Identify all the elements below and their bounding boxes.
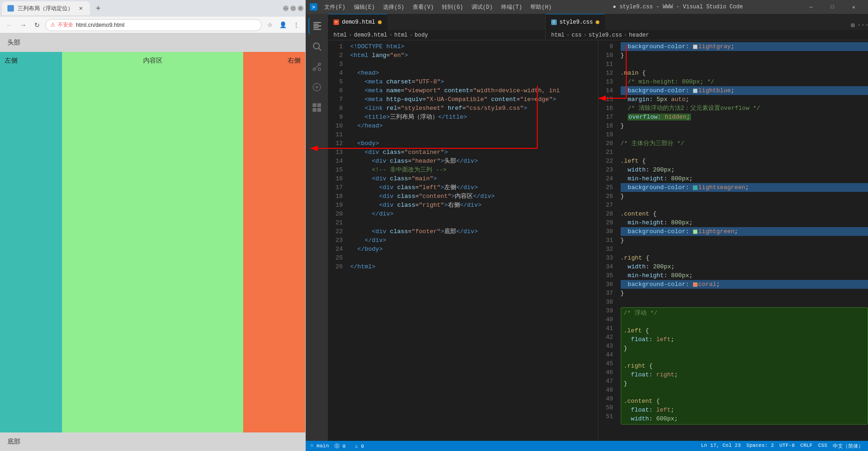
browser-content: 头部 左侧 内容区 右侧 底部 bbox=[0, 33, 305, 451]
activity-bar bbox=[306, 14, 328, 441]
activity-debug-icon[interactable] bbox=[308, 79, 325, 95]
menu-button[interactable]: ⋮ bbox=[290, 19, 302, 31]
vscode-logo-icon: > bbox=[309, 3, 318, 11]
code-line-14: <div class="header">头部</div> bbox=[350, 157, 598, 165]
code-line-19: <div class="right">右侧</div> bbox=[350, 201, 598, 210]
statusbar-language[interactable]: CSS bbox=[818, 443, 827, 450]
menu-file[interactable]: 文件(F) bbox=[321, 2, 349, 12]
html-tab[interactable]: H demo9.html bbox=[328, 14, 387, 30]
bookmark-button[interactable]: ☆ bbox=[264, 19, 276, 31]
code-line-20: </div> bbox=[350, 210, 598, 218]
css-line-22: .left { bbox=[621, 157, 868, 165]
statusbar-locale[interactable]: 中文（简体） bbox=[833, 443, 863, 450]
browser-panel: 三列布局（浮动定位） ✕ + — □ ✕ ← → ↻ ⚠ 不安全 html.cn… bbox=[0, 0, 306, 451]
reload-button[interactable]: ↻ bbox=[31, 19, 43, 31]
code-line-17: <div class="left">左侧</div> bbox=[350, 183, 598, 192]
code-line-25 bbox=[350, 254, 598, 262]
menu-help[interactable]: 帮助(H) bbox=[527, 2, 555, 12]
activity-explorer-icon[interactable] bbox=[308, 18, 325, 34]
statusbar-spaces[interactable]: Spaces: 2 bbox=[746, 443, 774, 450]
css-line-41: .left { bbox=[624, 326, 865, 335]
css-line-16: /* 清除浮动的方法2：父元素设置overflow */ bbox=[621, 104, 868, 113]
css-line-35: min-height: 800px; bbox=[621, 271, 868, 280]
css-line-18: } bbox=[621, 121, 868, 130]
new-tab-button[interactable]: + bbox=[92, 2, 105, 15]
page-content-column: 内容区 bbox=[62, 52, 243, 432]
breadcrumb-html-root[interactable]: html bbox=[333, 32, 347, 38]
css-tab[interactable]: C style9.css bbox=[546, 14, 605, 30]
split-editor-button[interactable]: ⊞ bbox=[848, 20, 858, 30]
statusbar-encoding[interactable]: UTF-8 bbox=[780, 443, 795, 450]
svg-rect-12 bbox=[317, 103, 321, 107]
svg-rect-13 bbox=[313, 108, 316, 112]
menu-edit[interactable]: 编辑(E) bbox=[350, 2, 379, 12]
window-maximize-button[interactable]: □ bbox=[290, 6, 296, 11]
page-right-column: 右侧 bbox=[243, 52, 305, 432]
menu-terminal[interactable]: 终端(T) bbox=[497, 2, 526, 12]
breadcrumb-html-tag[interactable]: html bbox=[394, 32, 408, 38]
css-breadcrumb-file[interactable]: style9.css bbox=[589, 32, 622, 38]
vscode-maximize-button[interactable]: □ bbox=[822, 0, 843, 14]
page-footer: 底部 bbox=[0, 432, 305, 451]
html-code-area[interactable]: <!DOCTYPE html> <html lang="en"> <head> … bbox=[346, 40, 598, 441]
tab-close-button[interactable]: ✕ bbox=[77, 5, 84, 12]
html-line-numbers: 12345 678910 1112131415 1617181920 21222… bbox=[328, 40, 346, 441]
css-breadcrumb-css[interactable]: css bbox=[572, 32, 582, 38]
code-line-3 bbox=[350, 60, 598, 69]
statusbar-branch[interactable]: ⑃ main bbox=[310, 443, 329, 449]
activity-scm-icon[interactable] bbox=[308, 58, 325, 75]
css-breadcrumb: html › css › style9.css › header bbox=[546, 30, 868, 40]
page-content-text: 内容区 bbox=[143, 57, 163, 65]
css-code-area[interactable]: background-color: lightgray; } .main { /… bbox=[617, 40, 868, 441]
html-editor-body[interactable]: 12345 678910 1112131415 1617181920 21222… bbox=[328, 40, 598, 441]
css-tab-modified-dot bbox=[596, 20, 599, 24]
page-footer-text: 底部 bbox=[7, 438, 20, 446]
code-line-16: <div class="main"> bbox=[350, 174, 598, 183]
browser-tab-active[interactable]: 三列布局（浮动定位） ✕ bbox=[2, 1, 90, 15]
css-line-20: /* 主体分为三部分 */ bbox=[621, 139, 868, 148]
menu-goto[interactable]: 转到(G) bbox=[438, 2, 467, 12]
statusbar-line-ending[interactable]: CRLF bbox=[800, 443, 812, 450]
vscode-close-button[interactable]: ✕ bbox=[843, 0, 864, 14]
vscode-minimize-button[interactable]: — bbox=[800, 0, 822, 14]
css-line-29: min-height: 800px; bbox=[621, 218, 868, 227]
vscode-titlebar: > 文件(F) 编辑(E) 选择(S) 查看(V) 转到(G) 调试(D) 终端… bbox=[306, 0, 868, 14]
css-line-28: .content { bbox=[621, 210, 868, 218]
code-line-15: <!-- 非中面改为三列 --> bbox=[350, 165, 598, 174]
svg-line-3 bbox=[319, 48, 321, 51]
vscode-window-title: ● style9.css - WWW - Visual Studio Code bbox=[555, 4, 800, 10]
activity-extensions-icon[interactable] bbox=[308, 99, 325, 116]
security-icon: ⚠ bbox=[50, 22, 55, 28]
statusbar-cursor-position[interactable]: Ln 17, Col 23 bbox=[701, 443, 741, 450]
css-breadcrumb-selector[interactable]: header bbox=[629, 32, 649, 38]
page-right-text: 右侧 bbox=[288, 57, 301, 65]
css-line-17: overflow: hidden; bbox=[621, 113, 868, 121]
css-line-11 bbox=[621, 60, 868, 69]
css-breadcrumb-html[interactable]: html bbox=[551, 32, 565, 38]
css-line-numbers: 910111213 1415161718 1920212223 24252627… bbox=[598, 40, 617, 441]
activity-search-icon[interactable] bbox=[308, 38, 325, 55]
more-actions-button[interactable]: ··· bbox=[858, 20, 868, 30]
menu-debug[interactable]: 调试(D) bbox=[468, 2, 497, 12]
color-swatch-lightseagreen bbox=[693, 185, 698, 190]
css-line-33: .right { bbox=[621, 254, 868, 262]
css-line-40 bbox=[624, 318, 865, 326]
statusbar-errors[interactable]: ⓪ 0 ⚠ 0 bbox=[334, 443, 364, 450]
window-close-button[interactable]: ✕ bbox=[298, 6, 303, 11]
breadcrumb-demo9[interactable]: demo9.html bbox=[354, 32, 387, 38]
profile-button[interactable]: 👤 bbox=[277, 19, 289, 31]
code-line-21 bbox=[350, 218, 598, 227]
vscode-statusbar: ⑃ main ⓪ 0 ⚠ 0 Ln 17, Col 23 Spaces: 2 U… bbox=[306, 441, 868, 451]
forward-button[interactable]: → bbox=[18, 19, 29, 31]
back-button[interactable]: ← bbox=[4, 19, 15, 31]
css-editor-body[interactable]: 910111213 1415161718 1920212223 24252627… bbox=[598, 40, 868, 441]
vscode-panel: > 文件(F) 编辑(E) 选择(S) 查看(V) 转到(G) 调试(D) 终端… bbox=[306, 0, 868, 451]
security-label: 不安全 bbox=[58, 21, 73, 28]
breadcrumb-body-tag[interactable]: body bbox=[415, 32, 428, 38]
css-line-45: .right { bbox=[624, 362, 865, 370]
menu-view[interactable]: 查看(V) bbox=[409, 2, 438, 12]
menu-select[interactable]: 选择(S) bbox=[379, 2, 408, 12]
address-bar[interactable]: ⚠ 不安全 html.cn/demo9.html bbox=[45, 19, 262, 31]
url-text: html.cn/demo9.html bbox=[76, 22, 125, 28]
window-minimize-button[interactable]: — bbox=[283, 6, 289, 11]
